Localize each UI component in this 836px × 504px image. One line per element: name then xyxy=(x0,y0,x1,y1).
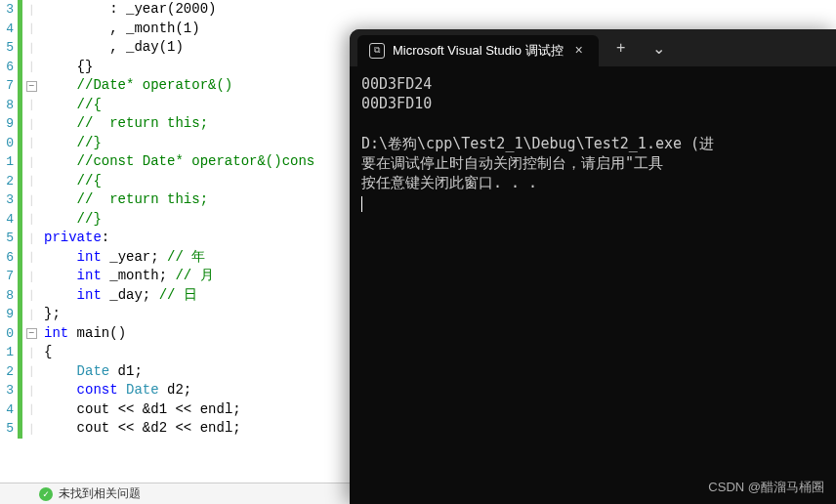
gutter-row: 8│ xyxy=(0,286,40,306)
gutter-row: 5│ xyxy=(0,229,40,248)
gutter-row: 0− xyxy=(0,324,40,344)
gutter-row: 1│ xyxy=(0,343,40,362)
fold-toggle: │ xyxy=(22,22,40,34)
terminal-window: ⧉ Microsoft Visual Studio 调试控 × + ⌄ 00D3… xyxy=(350,29,836,504)
fold-toggle: │ xyxy=(22,365,40,377)
gutter-row: 0│ xyxy=(0,134,40,153)
line-number: 5 xyxy=(0,421,18,436)
line-number: 9 xyxy=(0,307,18,321)
watermark: CSDN @醋溜马桶圈 xyxy=(708,479,824,496)
fold-toggle: │ xyxy=(22,175,40,187)
gutter-row: 4│ xyxy=(0,20,40,39)
line-number: 2 xyxy=(0,364,18,379)
fold-toggle: │ xyxy=(22,232,40,244)
gutter-row: 2│ xyxy=(0,362,40,382)
line-number: 6 xyxy=(0,60,18,74)
line-number: 5 xyxy=(0,231,18,245)
line-number: 7 xyxy=(0,269,18,283)
line-number: 1 xyxy=(0,154,18,169)
gutter-row: 2│ xyxy=(0,172,40,191)
line-number: 4 xyxy=(0,21,18,36)
line-number: 0 xyxy=(0,136,18,150)
status-text: 未找到相关问题 xyxy=(59,485,141,502)
terminal-titlebar: ⧉ Microsoft Visual Studio 调试控 × + ⌄ xyxy=(350,29,836,66)
line-number: 1 xyxy=(0,345,18,359)
gutter-row: 4│ xyxy=(0,210,40,230)
gutter-row: 3│ xyxy=(0,0,40,20)
gutter-row: 4│ xyxy=(0,400,40,420)
gutter-row: 7│ xyxy=(0,267,40,286)
editor-gutter: 3│4│5│6│7−8│9│0│1│2│3│4│5│6│7│8│9│0−1│2│… xyxy=(0,0,40,504)
fold-toggle: │ xyxy=(22,251,40,263)
line-number: 3 xyxy=(0,2,18,17)
fold-toggle: │ xyxy=(22,137,40,148)
fold-minus-icon[interactable]: − xyxy=(26,328,37,339)
line-number: 3 xyxy=(0,383,18,398)
gutter-row: 6│ xyxy=(0,58,40,77)
line-number: 5 xyxy=(0,40,18,55)
fold-toggle: │ xyxy=(22,309,40,320)
fold-toggle: │ xyxy=(22,403,40,415)
gutter-row: 5│ xyxy=(0,419,40,439)
gutter-row: 1│ xyxy=(0,152,40,172)
terminal-tab[interactable]: ⧉ Microsoft Visual Studio 调试控 × xyxy=(357,35,599,66)
terminal-tab-icon: ⧉ xyxy=(369,43,385,59)
status-ok-icon: ✓ xyxy=(39,487,53,501)
line-number: 2 xyxy=(0,174,18,189)
close-icon[interactable]: × xyxy=(571,43,587,59)
new-tab-button[interactable]: + xyxy=(606,35,635,61)
line-number: 8 xyxy=(0,288,18,303)
gutter-row: 5│ xyxy=(0,38,40,58)
line-number: 7 xyxy=(0,78,18,93)
fold-toggle: │ xyxy=(22,99,40,110)
terminal-cursor xyxy=(361,196,362,212)
fold-toggle[interactable]: − xyxy=(22,327,40,339)
terminal-title: Microsoft Visual Studio 调试控 xyxy=(393,42,564,60)
line-number: 6 xyxy=(0,250,18,265)
fold-toggle: │ xyxy=(22,271,40,282)
fold-toggle: │ xyxy=(22,156,40,168)
fold-toggle: │ xyxy=(22,194,40,206)
gutter-row: 6│ xyxy=(0,248,40,268)
line-number: 3 xyxy=(0,192,18,207)
fold-toggle: │ xyxy=(22,61,40,72)
line-number: 4 xyxy=(0,212,18,227)
gutter-row: 8│ xyxy=(0,96,40,115)
fold-toggle: │ xyxy=(22,347,40,358)
fold-toggle: │ xyxy=(22,42,40,54)
code-line[interactable]: : _year(2000) xyxy=(44,0,836,20)
terminal-output[interactable]: 00D3FD24 00D3FD10 D:\卷狗\cpp\Test2_1\Debu… xyxy=(350,66,836,504)
fold-toggle: │ xyxy=(22,118,40,130)
line-number: 4 xyxy=(0,402,18,417)
fold-toggle: │ xyxy=(22,423,40,435)
fold-toggle: │ xyxy=(22,385,40,397)
gutter-row: 9│ xyxy=(0,114,40,134)
gutter-row: 3│ xyxy=(0,381,40,400)
fold-toggle: │ xyxy=(22,289,40,301)
fold-toggle: │ xyxy=(22,213,40,225)
line-number: 0 xyxy=(0,326,18,341)
gutter-row: 9│ xyxy=(0,305,40,324)
line-number: 9 xyxy=(0,116,18,131)
fold-toggle[interactable]: − xyxy=(22,80,40,92)
tab-dropdown-icon[interactable]: ⌄ xyxy=(643,35,675,62)
gutter-row: 3│ xyxy=(0,190,40,210)
line-number: 8 xyxy=(0,98,18,112)
gutter-row: 7− xyxy=(0,76,40,96)
fold-minus-icon[interactable]: − xyxy=(26,81,37,92)
fold-toggle: │ xyxy=(22,4,40,16)
